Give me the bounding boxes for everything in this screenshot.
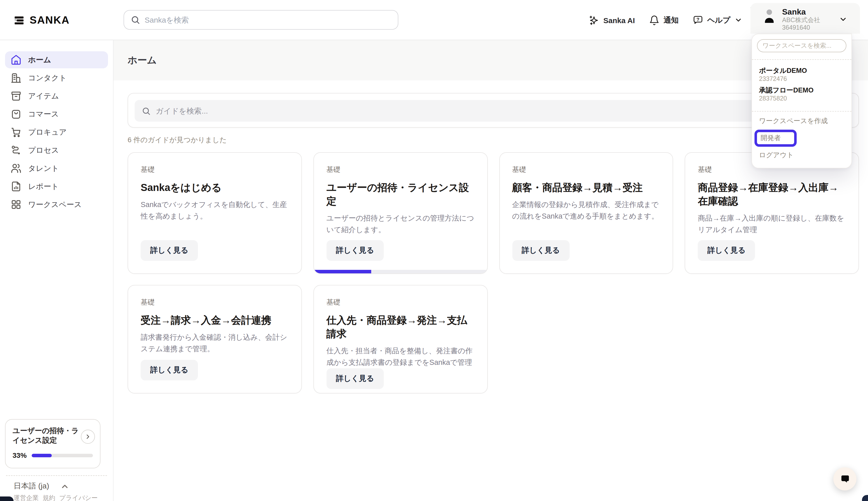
guide-cards-grid: 基礎 Sankaをはじめる Sankaでバックオフィスを自動化して、生産性を高め… [128, 152, 859, 393]
sidebar-item-label: レポート [28, 182, 59, 191]
sidebar-item-process[interactable]: プロセス [5, 142, 108, 159]
create-workspace-item[interactable]: ワークスペースを作成 [759, 117, 844, 126]
dropdown-divider [752, 111, 851, 111]
bottom-left-corner-widget [0, 497, 13, 501]
home-icon [11, 54, 22, 65]
file-chart-icon [11, 181, 22, 192]
help-label: ヘルプ [707, 15, 730, 25]
help-menu-button[interactable]: ? ヘルプ [693, 15, 742, 25]
chevron-down-icon [734, 16, 742, 24]
workspace-id: 28375820 [759, 95, 844, 103]
guide-card-billing: 基礎 受注→請求→入金→会計連携 請求書発行から入金確認・消し込み、会計システム… [128, 285, 302, 393]
dropdown-divider [752, 59, 851, 60]
card-detail-button[interactable]: 詳しく見る [326, 240, 384, 261]
workspace-name: ポータルDEMO [759, 66, 844, 75]
sidebar-item-label: ホーム [28, 55, 51, 65]
sparkles-icon [589, 15, 599, 25]
notifications-button[interactable]: 通知 [649, 15, 679, 25]
sanka-ai-button[interactable]: Sanka AI [589, 15, 635, 25]
grid-icon [11, 199, 22, 210]
guide-card-quote-order: 基礎 顧客・商品登録→見積→受注 企業情報の登録から見積作成、受注作成までの流れ… [499, 152, 673, 274]
sidebar-footer-links: 運営企業 規約 プライバシー [13, 494, 98, 501]
user-menu-button[interactable]: Sanka ABC株式会社 36491640 [750, 3, 860, 34]
card-tag: 基礎 [141, 298, 289, 307]
developer-item[interactable]: 開発者 [760, 134, 781, 142]
language-selector[interactable]: 日本語 (ja) [13, 481, 69, 491]
footer-link-privacy[interactable]: プライバシー [59, 494, 98, 501]
sidebar-item-reports[interactable]: レポート [5, 178, 108, 195]
guide-search-panel [128, 93, 859, 128]
guide-card-inventory: 基礎 商品登録→在庫登録→入出庫→在庫確認 商品→在庫→入出庫の順に登録し、在庫… [685, 152, 859, 274]
app-root: SANKA Sanka AI 通知 [0, 0, 868, 501]
progress-card-next-button[interactable] [81, 430, 95, 444]
help-bubble-icon: ? [693, 15, 703, 25]
card-description: 商品→在庫→入出庫の順に登録し、在庫数をリアルタイム管理 [698, 213, 846, 236]
card-title: ユーザーの招待・ライセンス設定 [326, 181, 475, 208]
sidebar: ホーム コンタクト アイテム コマース [0, 40, 113, 501]
card-title: 仕入先・商品登録→発注→支払請求 [326, 313, 475, 341]
sidebar-item-procure[interactable]: プロキュア [5, 124, 108, 141]
progress-card-title: ユーザーの招待・ライセンス設定 [13, 426, 82, 445]
sidebar-item-home[interactable]: ホーム [5, 51, 108, 68]
guide-search[interactable] [134, 100, 852, 121]
workspace-name: 承認フローDEMO [759, 86, 844, 95]
avatar [762, 8, 776, 23]
card-detail-button[interactable]: 詳しく見る [141, 360, 198, 381]
workspace-actions: ワークスペースを作成 開発者 ログアウト [757, 117, 846, 160]
card-tag: 基礎 [326, 298, 475, 307]
user-workspace-id: 36491640 [782, 24, 820, 32]
progress-bar-fill [32, 454, 52, 457]
sidebar-item-commerce[interactable]: コマース [5, 106, 108, 122]
card-detail-button[interactable]: 詳しく見る [512, 240, 569, 261]
workflow-route-icon [11, 145, 22, 156]
sidebar-item-label: ワークスペース [28, 200, 82, 209]
workspace-list: ポータルDEMO 23372476 承認フローDEMO 28375820 [757, 65, 846, 104]
card-tag: 基礎 [141, 165, 289, 174]
card-title: 顧客・商品登録→見積→受注 [512, 181, 660, 194]
language-label: 日本語 (ja) [13, 481, 49, 491]
user-name: Sanka [782, 8, 820, 17]
global-search[interactable] [123, 10, 398, 30]
footer-link-terms[interactable]: 規約 [43, 494, 55, 501]
sidebar-item-talent[interactable]: タレント [5, 160, 108, 177]
card-title: 商品登録→在庫登録→入出庫→在庫確認 [698, 181, 846, 208]
guide-card-purchasing: 基礎 仕入先・商品登録→発注→支払請求 仕入先・担当者・商品を整備し、発注書の作… [313, 285, 488, 393]
sidebar-item-contacts[interactable]: コンタクト [5, 70, 108, 86]
sidebar-item-label: コマース [28, 109, 59, 119]
footer-link-company[interactable]: 運営企業 [13, 494, 39, 501]
guide-search-input[interactable] [156, 107, 831, 115]
shopping-bag-icon [11, 108, 22, 120]
bell-icon [649, 15, 660, 25]
card-detail-button[interactable]: 詳しく見る [326, 368, 384, 389]
card-tag: 基礎 [326, 165, 475, 174]
workspace-item[interactable]: ポータルDEMO 23372476 [757, 65, 846, 84]
workspace-search[interactable] [757, 39, 846, 52]
chat-launcher-button[interactable] [833, 467, 856, 490]
logout-item[interactable]: ログアウト [759, 151, 844, 160]
workspace-search-input[interactable] [762, 42, 841, 49]
brand-logo[interactable]: SANKA [13, 0, 69, 40]
workspace-item[interactable]: 承認フローDEMO 28375820 [757, 84, 846, 104]
card-description: 仕入先・担当者・商品を整備し、発注書の作成から支払請求書の登録までをSankaで… [326, 345, 475, 368]
search-icon [131, 15, 140, 25]
card-detail-button[interactable]: 詳しく見る [698, 240, 755, 261]
user-info: Sanka ABC株式会社 36491640 [782, 8, 820, 32]
guide-card-getting-started: 基礎 Sankaをはじめる Sankaでバックオフィスを自動化して、生産性を高め… [128, 152, 302, 274]
card-detail-button[interactable]: 詳しく見る [141, 240, 198, 261]
guide-card-user-invite: 基礎 ユーザーの招待・ライセンス設定 ユーザーの招待とライセンスの管理方法につい… [313, 152, 488, 274]
progress-percent: 33% [13, 451, 26, 459]
workspace-id: 23372476 [759, 75, 844, 83]
notifications-label: 通知 [664, 15, 679, 25]
results-count: 6 件のガイドが見つかりました [128, 136, 859, 145]
sanka-ai-label: Sanka AI [603, 16, 635, 24]
topbar: SANKA Sanka AI 通知 [0, 0, 868, 40]
global-search-input[interactable] [145, 15, 386, 24]
users-icon [11, 163, 22, 174]
search-icon [142, 106, 151, 115]
sidebar-item-workspaces[interactable]: ワークスペース [5, 196, 108, 213]
building-icon [11, 72, 22, 83]
page-title: ホーム [128, 54, 157, 67]
sidebar-item-items[interactable]: アイテム [5, 87, 108, 105]
progress-bar [32, 454, 93, 457]
sidebar-item-label: プロキュア [28, 127, 67, 137]
